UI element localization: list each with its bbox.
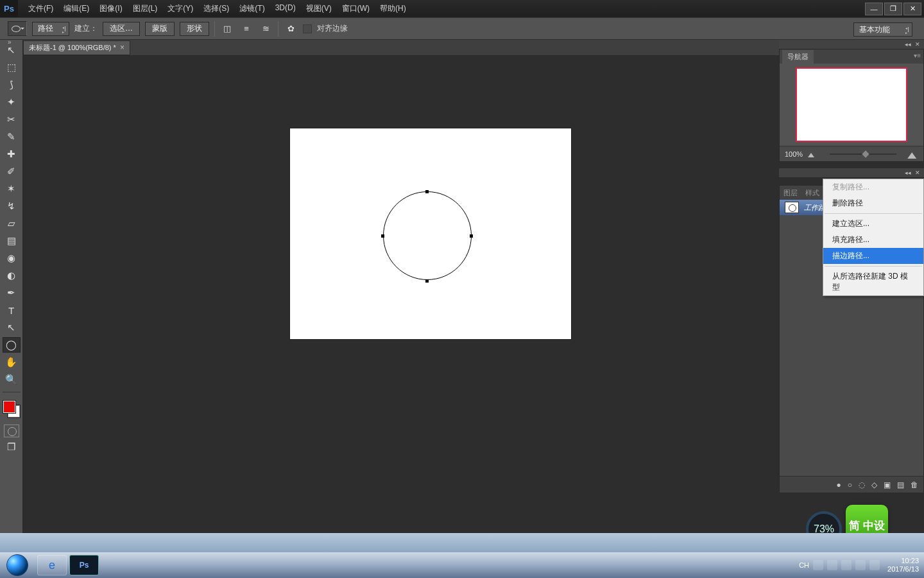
- hand-tool[interactable]: ✋: [3, 355, 21, 370]
- menubar: 文件(F) 编辑(E) 图像(I) 图层(L) 文字(Y) 选择(S) 滤镜(T…: [18, 1, 865, 16]
- navigator-thumbnail[interactable]: [797, 69, 906, 141]
- quick-mask-toggle[interactable]: [4, 425, 19, 437]
- blur-tool[interactable]: ◉: [3, 250, 21, 266]
- close-tab-icon[interactable]: ×: [120, 43, 124, 52]
- windows-taskbar: e Ps CH 10:23 2017/6/13: [0, 552, 924, 578]
- crop-tool[interactable]: ✂: [3, 112, 21, 127]
- path-combine-icon[interactable]: ◫: [220, 22, 234, 36]
- delete-path-icon[interactable]: 🗑: [911, 480, 918, 489]
- zoom-in-icon[interactable]: [907, 150, 920, 159]
- slider-knob[interactable]: [862, 150, 869, 157]
- ctx-fill-path[interactable]: 填充路径...: [823, 232, 923, 248]
- healing-tool[interactable]: ✚: [3, 146, 21, 162]
- move-tool[interactable]: ↖: [3, 42, 21, 58]
- anchor-top[interactable]: [425, 190, 429, 193]
- workspace-switcher[interactable]: 基本功能: [853, 22, 912, 37]
- tray-shield-icon[interactable]: [841, 560, 851, 570]
- paths-panel-footer: ● ○ ◌ ◇ ▣ ▤ 🗑: [780, 476, 923, 493]
- gradient-tool[interactable]: ▤: [3, 233, 21, 249]
- history-brush-tool[interactable]: ↯: [3, 198, 21, 214]
- make-shape-button[interactable]: 形状: [180, 22, 209, 36]
- ellipse-icon: [12, 26, 21, 32]
- eyedropper-tool[interactable]: ✎: [3, 129, 21, 144]
- close-panel-icon[interactable]: ✕: [915, 41, 920, 48]
- tray-volume-icon[interactable]: [869, 560, 880, 570]
- close-button[interactable]: ✕: [903, 3, 921, 15]
- stroke-path-icon[interactable]: ○: [848, 480, 852, 489]
- ctx-stroke-path[interactable]: 描边路径...: [823, 248, 923, 264]
- stamp-tool[interactable]: ✶: [3, 181, 21, 197]
- path-select-tool[interactable]: ↖: [3, 320, 21, 335]
- anchor-bottom[interactable]: [425, 279, 429, 283]
- fill-path-icon[interactable]: ●: [837, 480, 841, 489]
- divider: [278, 21, 278, 37]
- zoom-out-icon[interactable]: [808, 151, 817, 157]
- make-mask-button[interactable]: 蒙版: [145, 22, 175, 36]
- collapse-icon[interactable]: ◂◂: [905, 170, 911, 176]
- tool-preset-picker[interactable]: [8, 21, 27, 36]
- menu-image[interactable]: 图像(I): [96, 1, 126, 16]
- add-mask-icon[interactable]: ▣: [884, 480, 891, 489]
- close-panel-icon[interactable]: ✕: [915, 170, 920, 176]
- anchor-left[interactable]: [381, 234, 384, 238]
- screen-mode-toggle[interactable]: ❐: [3, 439, 21, 455]
- align-edges-checkbox[interactable]: [303, 24, 312, 33]
- menu-window[interactable]: 窗口(W): [338, 1, 373, 16]
- gear-icon[interactable]: ✿: [284, 22, 298, 36]
- document-tab[interactable]: 未标题-1 @ 100%(RGB/8) * ×: [23, 40, 130, 55]
- path-arrange-icon[interactable]: ≋: [259, 22, 273, 36]
- make-workpath-icon[interactable]: ◇: [871, 480, 877, 489]
- ellipse-shape-tool[interactable]: ◯: [3, 337, 21, 353]
- navigator-tabs: 导航器 ▾≡: [780, 49, 923, 64]
- ctx-delete-path[interactable]: 删除路径: [823, 195, 923, 211]
- menu-edit[interactable]: 编辑(E): [60, 1, 93, 16]
- menu-select[interactable]: 选择(S): [200, 1, 233, 16]
- path-align-icon[interactable]: ≡: [239, 22, 253, 36]
- type-tool[interactable]: T: [3, 302, 21, 318]
- taskbar-photoshop[interactable]: Ps: [69, 555, 99, 575]
- minimize-button[interactable]: —: [865, 3, 883, 15]
- eraser-tool[interactable]: ▱: [3, 216, 21, 231]
- pen-tool[interactable]: ✒: [3, 285, 21, 301]
- tray-time: 10:23: [887, 557, 919, 565]
- brush-tool[interactable]: ✐: [3, 164, 21, 179]
- zoom-tool[interactable]: 🔍: [3, 372, 21, 387]
- menu-3d[interactable]: 3D(D): [271, 1, 300, 16]
- titlebar: Ps 文件(F) 编辑(E) 图像(I) 图层(L) 文字(Y) 选择(S) 滤…: [0, 0, 924, 17]
- anchor-right[interactable]: [470, 234, 473, 238]
- taskbar-ie[interactable]: e: [37, 555, 67, 575]
- tray-lang[interactable]: CH: [799, 561, 809, 569]
- menu-view[interactable]: 视图(V): [302, 1, 336, 16]
- make-selection-button[interactable]: 选区…: [103, 22, 140, 36]
- ctx-new-3d-from-path[interactable]: 从所选路径新建 3D 模型: [823, 268, 923, 295]
- tool-mode-dropdown[interactable]: 路径: [32, 22, 69, 36]
- menu-layer[interactable]: 图层(L): [129, 1, 162, 16]
- navigator-tab[interactable]: 导航器: [782, 50, 814, 64]
- new-path-icon[interactable]: ▤: [897, 480, 904, 489]
- maximize-button[interactable]: ❐: [884, 3, 902, 15]
- tab-styles[interactable]: 样式: [801, 186, 823, 200]
- tray-help-icon[interactable]: [827, 560, 837, 570]
- tray-flag-icon[interactable]: [855, 560, 866, 570]
- ellipse-path[interactable]: [383, 191, 472, 280]
- collapse-icon[interactable]: ◂◂: [905, 41, 911, 48]
- foreground-color-swatch[interactable]: [3, 401, 15, 413]
- panel-menu-icon[interactable]: ▾≡: [914, 52, 921, 59]
- tray-clock[interactable]: 10:23 2017/6/13: [887, 557, 919, 574]
- marquee-tool[interactable]: ⬚: [3, 60, 21, 75]
- start-button[interactable]: [0, 552, 35, 578]
- tab-layers[interactable]: 图层: [780, 186, 801, 200]
- dodge-tool[interactable]: ◐: [3, 268, 21, 283]
- load-selection-icon[interactable]: ◌: [859, 480, 865, 489]
- lasso-tool[interactable]: ⟆: [3, 77, 21, 92]
- navigator-zoom-slider[interactable]: [822, 150, 904, 158]
- menu-filter[interactable]: 滤镜(T): [235, 1, 268, 16]
- ctx-make-selection[interactable]: 建立选区...: [823, 216, 923, 232]
- tray-sogou-icon[interactable]: [813, 560, 823, 570]
- color-swatches[interactable]: [2, 399, 21, 419]
- menu-type[interactable]: 文字(Y): [164, 1, 197, 16]
- magic-wand-tool[interactable]: ✦: [3, 94, 21, 110]
- navigator-zoom[interactable]: 100%: [785, 150, 803, 158]
- menu-file[interactable]: 文件(F): [24, 1, 57, 16]
- menu-help[interactable]: 帮助(H): [376, 1, 410, 16]
